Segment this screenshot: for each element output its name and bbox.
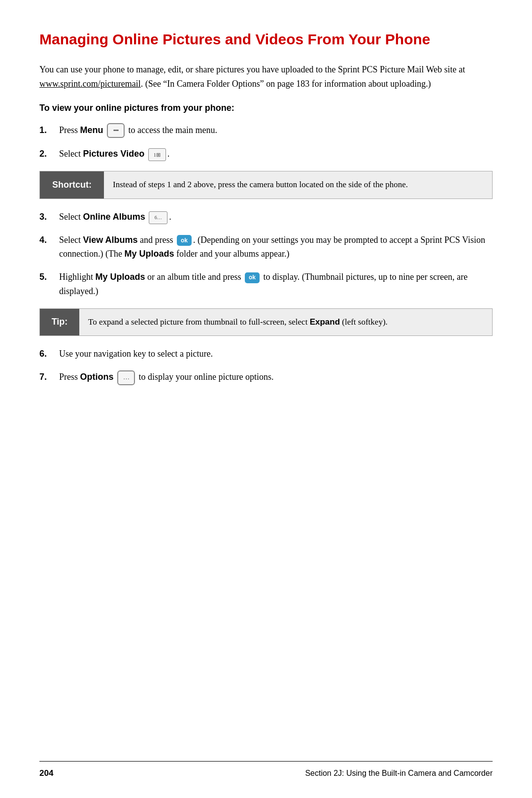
step-1-bold: Menu [80,125,103,135]
step-1-number: 1. [39,123,59,137]
sprint-link[interactable]: www.sprint.com/picturemail [39,79,141,89]
step-7-number: 7. [39,370,59,384]
page-title: Managing Online Pictures and Videos From… [39,30,493,49]
step-6-content: Use your navigation key to select a pict… [59,347,493,361]
menu-icon: ••• [107,123,125,138]
step-4-bold: View Albums [83,235,137,245]
shortcut-content: Instead of steps 1 and 2 above, press th… [104,171,492,198]
step-4-bold2: My Uploads [124,249,174,259]
footer-divider [39,761,493,762]
step-5-content: Highlight My Uploads or an album title a… [59,270,493,299]
step-2-content: Select Pictures Video 1⊞. [59,147,493,161]
step-7: 7. Press Options … to display your onlin… [39,370,493,385]
footer-section-text: Section 2J: Using the Built-in Camera an… [305,769,493,778]
step-2: 2. Select Pictures Video 1⊞. [39,147,493,161]
tip-content: To expand a selected picture from thumbn… [79,309,492,335]
tip-label: Tip: [40,309,79,335]
tip-box: Tip: To expand a selected picture from t… [39,308,493,336]
step-1-content: Press Menu ••• to access the main menu. [59,123,493,138]
ok-icon-step5: ok [245,272,260,283]
step-2-number: 2. [39,147,59,161]
shortcut-box: Shortcut: Instead of steps 1 and 2 above… [39,171,493,199]
step-5-number: 5. [39,270,59,284]
steps-list: 1. Press Menu ••• to access the main men… [39,123,493,162]
step-1: 1. Press Menu ••• to access the main men… [39,123,493,138]
step-4-number: 4. [39,233,59,247]
step-4-content: Select View Albums and press ok. (Depend… [59,233,493,262]
step-3: 3. Select Online Albums 6…. [39,210,493,224]
step-4: 4. Select View Albums and press ok. (Dep… [39,233,493,262]
step-7-content: Press Options … to display your online p… [59,370,493,385]
steps-list-continued: 3. Select Online Albums 6…. 4. Select Vi… [39,210,493,299]
shortcut-label: Shortcut: [40,171,104,198]
options-icon: … [117,370,135,385]
step-5: 5. Highlight My Uploads or an album titl… [39,270,493,299]
pictures-video-icon: 1⊞ [148,148,166,161]
online-albums-icon: 6… [149,211,167,224]
step-6: 6. Use your navigation key to select a p… [39,347,493,361]
step-2-bold: Pictures Video [83,149,144,159]
step-3-number: 3. [39,210,59,224]
step-7-bold: Options [80,372,114,382]
footer-inner: 204 Section 2J: Using the Built-in Camer… [39,768,493,778]
step-3-bold: Online Albums [83,212,145,222]
intro-paragraph: You can use your phone to manage, edit, … [39,63,493,91]
tip-expand-bold: Expand [310,317,340,327]
step-3-content: Select Online Albums 6…. [59,210,493,224]
step-5-bold: My Uploads [96,272,145,282]
page-footer: 204 Section 2J: Using the Built-in Camer… [0,761,532,778]
footer-page-number: 204 [39,768,53,778]
steps-list-last: 6. Use your navigation key to select a p… [39,347,493,385]
step-6-number: 6. [39,347,59,361]
ok-icon-step4: ok [177,235,192,246]
subheading: To view your online pictures from your p… [39,103,493,113]
